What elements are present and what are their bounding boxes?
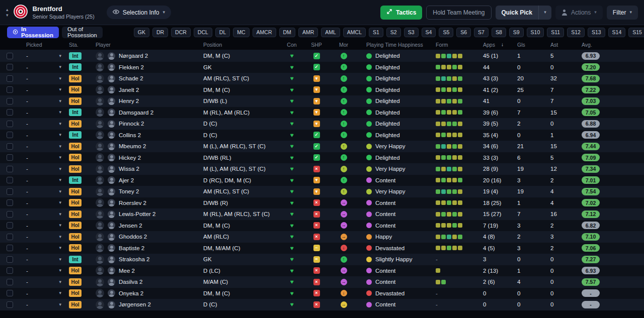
position-chip-s6[interactable]: S6 <box>456 28 471 37</box>
player-profile-icon[interactable] <box>108 256 115 263</box>
quick-pick-dropdown-button[interactable]: ▾ <box>538 6 551 20</box>
position-chip-s8[interactable]: S8 <box>492 28 506 37</box>
table-row[interactable]: -▾HolOnyeka 2DM, M (C)♥×↓Devastated-000- <box>0 288 644 299</box>
row-checkbox[interactable] <box>7 234 13 240</box>
tab-in-possession[interactable]: In Possession <box>7 27 59 38</box>
player-profile-icon[interactable] <box>108 75 115 82</box>
table-row[interactable]: -▾IntFlekken 2GK♥✓↑Delighted44007.20 <box>0 62 644 73</box>
position-chip-s13[interactable]: S13 <box>588 28 605 37</box>
position-chip-s7[interactable]: S7 <box>474 28 489 37</box>
position-chip-dcr[interactable]: DCR <box>171 28 191 37</box>
column-header-sta[interactable]: Sta. <box>66 39 90 50</box>
row-checkbox[interactable] <box>7 64 13 70</box>
row-checkbox[interactable] <box>7 132 13 138</box>
player-cell[interactable]: Henry 2 <box>90 95 196 107</box>
row-checkbox[interactable] <box>7 121 13 127</box>
column-header-avg[interactable]: Avg. <box>578 39 616 50</box>
row-checkbox[interactable] <box>7 301 13 308</box>
player-profile-icon[interactable] <box>108 199 115 206</box>
player-cell[interactable]: Lewis-Potter 2 <box>90 208 196 220</box>
row-checkbox[interactable] <box>7 279 13 285</box>
player-cell[interactable]: Baptiste 2 <box>90 243 196 254</box>
player-cell[interactable]: Pinnock 2 <box>90 118 196 130</box>
row-checkbox[interactable] <box>7 188 13 195</box>
position-chip-s2[interactable]: S2 <box>386 28 401 37</box>
player-cell[interactable]: Flekken 2 <box>90 62 196 73</box>
picked-dropdown[interactable]: -▾ <box>18 231 66 243</box>
position-chip-s10[interactable]: S10 <box>527 28 544 37</box>
column-header-hap[interactable]: Playing Time Happiness <box>357 39 429 50</box>
player-cell[interactable]: Jensen 2 <box>90 220 196 232</box>
player-profile-icon[interactable] <box>108 165 115 173</box>
picked-dropdown[interactable]: -▾ <box>18 73 66 84</box>
row-checkbox[interactable] <box>7 143 13 150</box>
table-row[interactable]: -▾IntNørgaard 2DM, M (C)♥✓↑Delighted45 (… <box>0 50 644 62</box>
picked-dropdown[interactable]: -▾ <box>18 62 66 73</box>
position-chip-s12[interactable]: S12 <box>567 28 585 37</box>
filter-button[interactable]: Filter ▾ <box>607 6 638 20</box>
player-profile-icon[interactable] <box>108 188 115 195</box>
column-header-pos[interactable]: Position <box>196 39 281 50</box>
row-checkbox[interactable] <box>7 267 13 274</box>
table-row[interactable]: -▾IntAjer 2D (RC), DM, M (C)♥▾↑Content20… <box>0 175 644 186</box>
player-profile-icon[interactable] <box>108 222 115 229</box>
position-chip-s15[interactable]: S15 <box>628 28 644 37</box>
player-profile-icon[interactable] <box>108 109 115 116</box>
player-cell[interactable]: Janelt 2 <box>90 84 196 96</box>
position-chip-amcl[interactable]: AMCL <box>343 28 366 37</box>
player-cell[interactable]: Jørgensen 2 <box>90 299 196 310</box>
player-profile-icon[interactable] <box>108 120 115 128</box>
row-checkbox[interactable] <box>7 109 13 116</box>
player-profile-icon[interactable] <box>108 289 115 297</box>
hold-team-meeting-button[interactable]: Hold Team Meeting <box>426 6 491 20</box>
column-header-shp[interactable]: SHP <box>303 39 330 50</box>
position-chip-s11[interactable]: S11 <box>547 28 564 37</box>
table-row[interactable]: -▾HolPinnock 2D (C)♥▾↑Delighted39 (5)206… <box>0 118 644 130</box>
player-profile-icon[interactable] <box>108 86 115 93</box>
row-checkbox[interactable] <box>7 166 13 172</box>
player-cell[interactable]: Wissa 2 <box>90 163 196 175</box>
picked-dropdown[interactable]: -▾ <box>18 141 66 152</box>
picked-dropdown[interactable]: -▾ <box>18 220 66 232</box>
quick-pick-button[interactable]: Quick Pick <box>496 6 538 20</box>
player-cell[interactable]: Mbeumo 2 <box>90 141 196 152</box>
picked-dropdown[interactable]: -▾ <box>18 175 66 186</box>
chevron-up-icon[interactable]: ▴ <box>6 8 9 12</box>
tactics-button[interactable]: Tactics <box>380 6 422 20</box>
picked-dropdown[interactable]: -▾ <box>18 118 66 130</box>
picked-dropdown[interactable]: -▾ <box>18 152 66 164</box>
player-cell[interactable]: Schade 2 <box>90 73 196 84</box>
table-row[interactable]: -▾HolMee 2D (LC)♥×→Content2 (13)106.93 <box>0 265 644 277</box>
column-header-check[interactable] <box>0 39 18 50</box>
position-chip-amr[interactable]: AMR <box>298 28 318 37</box>
picked-dropdown[interactable]: -▾ <box>18 208 66 220</box>
player-cell[interactable]: Mee 2 <box>90 265 196 277</box>
table-row[interactable]: -▾HolLewis-Potter 2M (RL), AM (RLC), ST … <box>0 208 644 220</box>
column-header-form[interactable]: Form <box>429 39 475 50</box>
player-cell[interactable]: Onyeka 2 <box>90 288 196 299</box>
player-profile-icon[interactable] <box>108 278 115 286</box>
table-row[interactable]: -▾HolJanelt 2DM, M (C)♥▾↑Delighted41 (2)… <box>0 84 644 96</box>
table-row[interactable]: -▾IntDamsgaard 2M (RL), AM (RLC)♥▾↑Delig… <box>0 107 644 119</box>
table-row[interactable]: -▾HolHickey 2D/WB (RL)♥✓↑Delighted33 (3)… <box>0 152 644 164</box>
row-checkbox[interactable] <box>7 154 13 161</box>
row-checkbox[interactable] <box>7 245 13 251</box>
column-header-ast[interactable]: Ast <box>546 39 578 50</box>
picked-dropdown[interactable]: -▾ <box>18 84 66 96</box>
tab-out-of-possession[interactable]: Out of Possession <box>62 27 103 38</box>
row-checkbox[interactable] <box>7 222 13 229</box>
player-cell[interactable]: Ajer 2 <box>90 175 196 186</box>
table-row[interactable]: -▾IntStrakosha 2GK♥=↑Slightly Happy-3007… <box>0 254 644 265</box>
actions-button[interactable]: Actions ▾ <box>555 6 603 20</box>
table-row[interactable]: -▾HolSchade 2AM (RLC), ST (C)♥▾↑Delighte… <box>0 73 644 84</box>
table-row[interactable]: -▾HolJørgensen 2D (C)♥×→Content-000- <box>0 299 644 310</box>
row-checkbox[interactable] <box>7 86 13 93</box>
player-cell[interactable]: Dasilva 2 <box>90 276 196 288</box>
player-cell[interactable]: Damsgaard 2 <box>90 107 196 119</box>
player-cell[interactable]: Ghoddos 2 <box>90 231 196 243</box>
position-chip-dm[interactable]: DM <box>279 28 295 37</box>
player-cell[interactable]: Toney 2 <box>90 186 196 197</box>
picked-dropdown[interactable]: -▾ <box>18 130 66 141</box>
table-row[interactable]: -▾IntCollins 2D (C)♥✓↑Delighted35 (4)016… <box>0 130 644 141</box>
player-profile-icon[interactable] <box>108 267 115 274</box>
